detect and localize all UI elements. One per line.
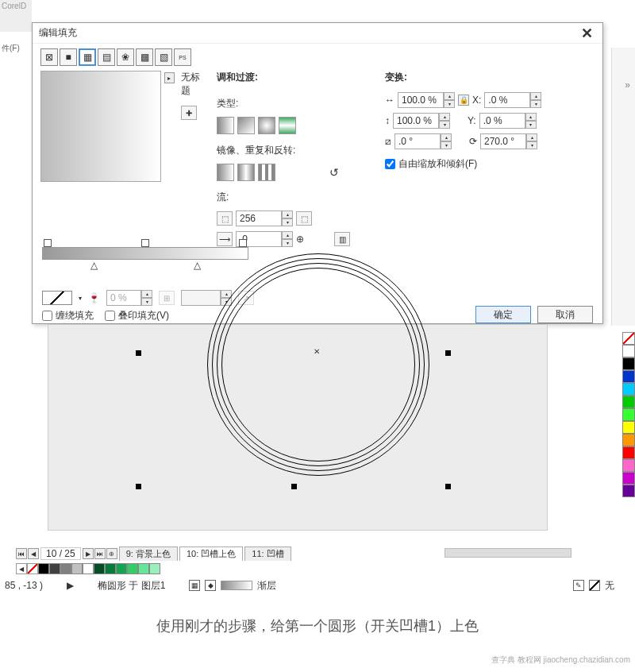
page-first-button[interactable]: ⏮ xyxy=(16,548,27,559)
palette-swatch[interactable] xyxy=(622,472,635,485)
selection-handle[interactable] xyxy=(445,350,451,356)
palette-swatch[interactable] xyxy=(149,563,160,574)
palette-swatch[interactable] xyxy=(622,434,635,446)
reverse-icon[interactable]: ↺ xyxy=(329,166,339,179)
gradient-stop-start[interactable] xyxy=(44,239,52,247)
palette-swatch[interactable] xyxy=(138,563,149,574)
page-tab-11[interactable]: 11: 凹槽 xyxy=(244,546,291,561)
gradient-bar[interactable] xyxy=(42,247,248,260)
height-input[interactable] xyxy=(393,113,439,129)
fill-twocolor-icon[interactable]: ❀ xyxy=(117,48,134,66)
palette-swatch[interactable] xyxy=(105,563,116,574)
docker-expand-icon[interactable]: » xyxy=(625,79,630,91)
ok-button[interactable]: 确定 xyxy=(475,306,531,323)
fill-none-icon[interactable]: ⊠ xyxy=(40,48,58,66)
fill-swatch[interactable] xyxy=(221,581,252,590)
palette-swatch[interactable] xyxy=(60,563,71,574)
type-linear-icon[interactable] xyxy=(217,117,234,134)
horizontal-scrollbar[interactable] xyxy=(444,548,572,558)
selection-handle[interactable] xyxy=(291,484,297,489)
palette-swatch[interactable] xyxy=(622,485,635,497)
node-pos-input[interactable] xyxy=(181,290,221,306)
save-preset-icon[interactable]: ✚ xyxy=(181,106,197,120)
selection-center-icon[interactable]: ✕ xyxy=(314,347,320,356)
repeat-default-icon[interactable] xyxy=(217,164,234,181)
node-pos-icon[interactable]: ⊞ xyxy=(159,291,175,305)
page-next-button[interactable]: ▶ xyxy=(83,548,94,559)
x-spinner[interactable]: ▴▾ xyxy=(484,92,541,108)
fill-preview[interactable] xyxy=(40,71,161,182)
palette-swatch[interactable] xyxy=(622,459,635,472)
scale-lock-icon[interactable]: 🔒 xyxy=(458,95,469,106)
y-input[interactable] xyxy=(479,113,525,129)
palette-swatch[interactable] xyxy=(622,446,635,459)
height-spinner[interactable]: ▴▾ xyxy=(393,113,450,129)
accel-mid-icon[interactable]: ⊕ xyxy=(296,234,304,245)
palette-swatch[interactable] xyxy=(622,383,635,396)
repeat-mirror-icon[interactable] xyxy=(237,164,255,181)
type-elliptical-icon[interactable] xyxy=(237,117,255,134)
page-prev-button[interactable]: ◀ xyxy=(28,548,39,559)
fill-uniform-icon[interactable]: ■ xyxy=(60,48,77,66)
palette-swatch[interactable] xyxy=(622,408,635,421)
node-color-swatch[interactable] xyxy=(42,291,72,305)
page-counter[interactable]: 10 / 25 xyxy=(40,547,81,560)
selection-handle[interactable] xyxy=(136,350,141,356)
cancel-button[interactable]: 取消 xyxy=(537,306,593,323)
rotate-input[interactable] xyxy=(480,133,526,149)
palette-no-color-icon[interactable] xyxy=(27,563,38,574)
preset-dropdown-arrow-icon[interactable]: ▸ xyxy=(164,72,175,83)
overprint-checkbox[interactable] xyxy=(105,311,115,321)
palette-swatch[interactable] xyxy=(622,396,635,408)
page-tab-10[interactable]: 10: 凹槽上色 xyxy=(179,546,243,561)
gradient-stop-mid[interactable] xyxy=(141,239,149,247)
rotate-spinner[interactable]: ▴▾ xyxy=(480,133,537,149)
palette-swatch[interactable] xyxy=(71,563,83,574)
palette-swatch[interactable] xyxy=(622,421,635,434)
page-last-button[interactable]: ⏭ xyxy=(94,548,106,559)
wrap-fill-checkbox[interactable] xyxy=(42,311,52,321)
skew-spinner[interactable]: ▴▾ xyxy=(394,133,452,149)
fill-pattern-icon[interactable]: ▤ xyxy=(98,48,115,66)
page-tab-9[interactable]: 9: 背景上色 xyxy=(119,546,178,561)
selection-handle[interactable] xyxy=(445,484,451,489)
play-icon[interactable]: ▶ xyxy=(67,580,74,591)
ellipse-shape[interactable] xyxy=(221,268,415,462)
gradient-editor[interactable]: △△ xyxy=(42,241,248,272)
fill-postscript-icon[interactable]: PS xyxy=(174,48,191,66)
palette-swatch[interactable] xyxy=(38,563,49,574)
fill-fountain-icon[interactable]: ▦ xyxy=(79,48,96,66)
free-scale-checkbox[interactable] xyxy=(385,159,395,169)
node-opacity-input[interactable] xyxy=(106,290,141,306)
palette-swatch[interactable] xyxy=(94,563,105,574)
node-pos-spinner[interactable]: ▴▾ xyxy=(181,290,232,306)
page-add-button[interactable]: ⊕ xyxy=(106,548,117,559)
outline-indicator-icon[interactable]: ◆ xyxy=(205,580,216,591)
type-rectangular-icon[interactable] xyxy=(279,117,296,134)
x-input[interactable] xyxy=(484,92,530,108)
drawing-canvas[interactable]: ✕ xyxy=(48,324,548,531)
steps-input[interactable] xyxy=(236,210,282,226)
menu-file[interactable]: 件(F) xyxy=(2,43,30,54)
node-opacity-spinner[interactable]: ▴▾ xyxy=(106,290,152,306)
smooth-icon[interactable]: ▥ xyxy=(334,232,350,246)
outline-none-icon[interactable] xyxy=(589,580,600,591)
close-button[interactable]: ✕ xyxy=(578,25,596,42)
gradient-stop-end[interactable] xyxy=(239,239,247,247)
steps-spinner[interactable]: ▴▾ xyxy=(236,210,293,226)
palette-swatch[interactable] xyxy=(127,563,138,574)
repeat-repeat-icon[interactable] xyxy=(258,164,275,181)
steps-lock-icon[interactable]: ⬚ xyxy=(296,211,312,226)
fill-bitmap-icon[interactable]: ▧ xyxy=(155,48,172,66)
width-spinner[interactable]: ▴▾ xyxy=(398,92,455,108)
palette-swatch[interactable] xyxy=(622,345,635,357)
palette-swatch[interactable] xyxy=(83,563,94,574)
palette-no-color-icon[interactable] xyxy=(622,332,635,345)
palette-swatch[interactable] xyxy=(49,563,60,574)
fill-indicator-icon[interactable]: ▦ xyxy=(189,580,200,591)
palette-swatch[interactable] xyxy=(622,357,635,370)
palette-swatch[interactable] xyxy=(622,370,635,383)
y-spinner[interactable]: ▴▾ xyxy=(479,113,537,129)
skew-input[interactable] xyxy=(394,133,441,149)
type-conical-icon[interactable] xyxy=(258,117,275,134)
